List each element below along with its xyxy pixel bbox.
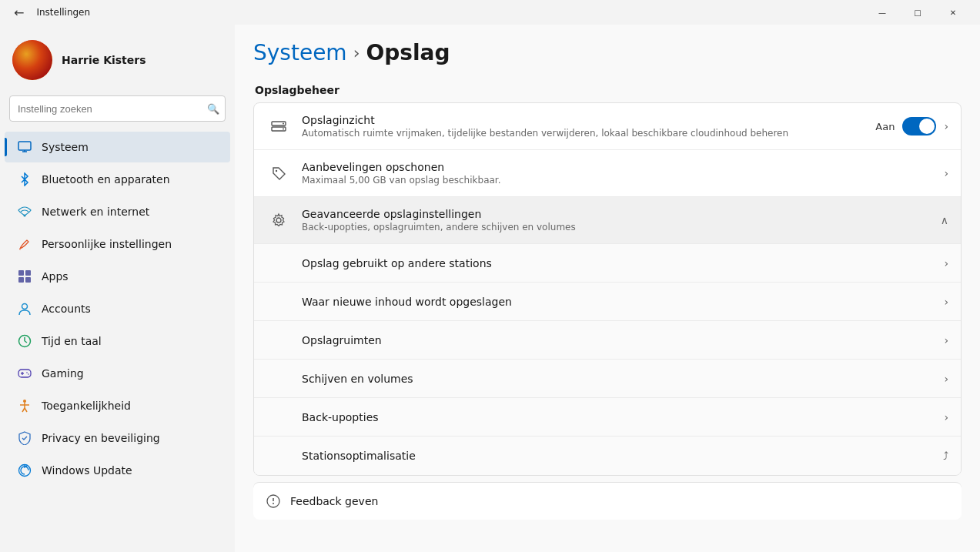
card-title-opslaginzicht: Opslaginzicht [302,114,866,126]
sidebar-item-netwerk[interactable]: Netwerk en internet [5,196,230,227]
sidebar-item-label-windowsupdate: Windows Update [42,464,132,477]
svg-rect-0 [18,142,31,150]
sub-item-title-andere-stations: Opslag gebruikt op andere stations [302,257,944,269]
sidebar-item-tijdtaal[interactable]: Tijd en taal ➡ [5,326,230,356]
sidebar-item-privacy[interactable]: Privacy en beveiliging [5,423,230,453]
card-title-geavanceerd: Geavanceerde opslaginstellingen [302,208,932,220]
card-text-opslaginzicht: Opslaginzicht Automatisch ruimte vrijmak… [302,114,866,139]
chevron-right-icon-opslaginzicht: › [944,120,948,132]
card-subtitle-aanbevelingen: Maximaal 5,00 GB van opslag beschikbaar. [302,175,935,186]
card-right-geavanceerd: ∧ [941,214,948,226]
card-text-aanbevelingen: Aanbevelingen opschonen Maximaal 5,00 GB… [302,161,935,186]
chevron-right-icon-opslag: › [944,334,948,346]
sub-item-title-stationsopt: Stationsoptimalisatie [302,450,943,462]
search-box: 🔍 [9,95,226,122]
toggle-label-opslaginzicht: Aan [875,121,895,132]
sub-item-nieuwe-inhoud[interactable]: Waar nieuwe inhoud wordt opgeslagen › [254,283,961,321]
sidebar: Harrie Kisters 🔍 Systeem Blu [0,25,235,552]
accessibility-icon [17,398,32,413]
close-button[interactable]: ✕ [935,0,971,25]
feedback-icon [266,493,281,509]
sidebar-item-windowsupdate[interactable]: Windows Update [5,455,230,486]
maximize-button[interactable]: □ [900,0,935,25]
sub-item-andere-stations[interactable]: Opslag gebruikt op andere stations › [254,244,961,283]
external-link-icon: ⤴ [943,450,948,462]
clock-icon [17,333,32,349]
person-icon [17,301,32,316]
search-icon: 🔍 [207,103,219,115]
feedback-label: Feedback geven [290,495,378,507]
sub-item-opslagruimten[interactable]: Opslagruimten › [254,321,961,360]
breadcrumb: Systeem › Opslag [253,40,962,65]
sidebar-item-label-bluetooth: Bluetooth en apparaten [42,173,170,186]
apps-icon [17,269,32,284]
chevron-right-icon-schijven: › [944,373,948,385]
avatar-image [12,40,52,80]
card-right-aanbevelingen: › [944,167,948,179]
sidebar-item-accounts[interactable]: Accounts [5,293,230,324]
sidebar-item-systeem[interactable]: Systeem [5,132,230,162]
svg-rect-12 [18,370,31,377]
section-label: Opslagbeheer [253,84,962,96]
card-list: Opslaginzicht Automatisch ruimte vrijmak… [253,102,962,476]
svg-point-25 [283,123,284,125]
titlebar-title: Instellingen [36,7,90,18]
storage-icon [266,114,291,139]
card-subtitle-geavanceerd: Back-upopties, opslagruimten, andere sch… [302,222,932,233]
sub-item-title-nieuwe-inhoud: Waar nieuwe inhoud wordt opgeslagen [302,296,944,308]
sub-item-stationsopt[interactable]: Stationsoptimalisatie ⤴ [254,437,961,475]
chevron-right-icon-backup: › [944,411,948,423]
card-geavanceerd[interactable]: Geavanceerde opslaginstellingen Back-upo… [254,197,961,244]
svg-line-20 [22,408,25,412]
user-section[interactable]: Harrie Kisters [0,25,235,92]
breadcrumb-parent[interactable]: Systeem [253,40,347,65]
card-text-geavanceerd: Geavanceerde opslaginstellingen Back-upo… [302,208,932,233]
avatar [12,40,52,80]
sidebar-item-toegankelijkheid[interactable]: Toegankelijkheid [5,390,230,421]
search-input[interactable] [9,95,226,122]
sidebar-item-apps[interactable]: Apps [5,261,230,292]
card-aanbevelingen[interactable]: Aanbevelingen opschonen Maximaal 5,00 GB… [254,150,961,197]
back-button[interactable]: ← [9,2,28,23]
svg-point-28 [276,218,281,222]
sub-item-backup[interactable]: Back-upopties › [254,398,961,437]
svg-point-3 [24,215,26,217]
svg-rect-6 [18,277,24,283]
titlebar-left: ← Instellingen [9,2,90,23]
sidebar-item-bluetooth[interactable]: Bluetooth en apparaten [5,164,230,195]
card-opslaginzicht[interactable]: Opslaginzicht Automatisch ruimte vrijmak… [254,103,961,150]
tag-icon [266,161,291,186]
chevron-up-icon: ∧ [941,214,948,226]
card-subtitle-opslaginzicht: Automatisch ruimte vrijmaken, tijdelijke… [302,128,866,139]
breadcrumb-separator: › [353,43,360,62]
titlebar: ← Instellingen — □ ✕ [0,0,980,25]
svg-point-27 [276,170,277,172]
sub-item-schijven[interactable]: Schijven en volumes › [254,360,961,398]
toggle-opslaginzicht[interactable] [902,117,936,135]
svg-rect-5 [25,270,31,276]
sub-items-list: Opslag gebruikt op andere stations › Waa… [254,244,961,475]
svg-point-16 [28,373,29,375]
sub-item-title-schijven: Schijven en volumes [302,373,944,385]
sidebar-item-label-privacy: Privacy en beveiliging [42,432,160,444]
breadcrumb-current: Opslag [366,40,450,65]
feedback-bar[interactable]: Feedback geven [253,482,962,520]
sidebar-item-label-gaming: Gaming [42,367,84,380]
network-icon [17,204,32,219]
sidebar-item-label-systeem: Systeem [42,141,89,153]
sidebar-item-label-netwerk: Netwerk en internet [42,206,149,218]
card-right-opslaginzicht: Aan › [875,117,948,135]
sidebar-item-label-apps: Apps [42,270,69,283]
svg-rect-7 [25,277,31,283]
svg-rect-4 [18,270,24,276]
monitor-icon [17,139,32,155]
svg-line-21 [25,408,27,412]
svg-line-11 [25,341,27,343]
sidebar-item-gaming[interactable]: Gaming [5,358,230,389]
sidebar-item-persoonlijk[interactable]: Persoonlijke instellingen ➡ [5,229,230,259]
minimize-button[interactable]: — [865,0,900,25]
privacy-icon [17,430,32,446]
sidebar-item-label-tijdtaal: Tijd en taal [42,335,102,347]
sidebar-item-label-toegankelijkheid: Toegankelijkheid [42,400,131,412]
svg-point-17 [23,400,26,403]
